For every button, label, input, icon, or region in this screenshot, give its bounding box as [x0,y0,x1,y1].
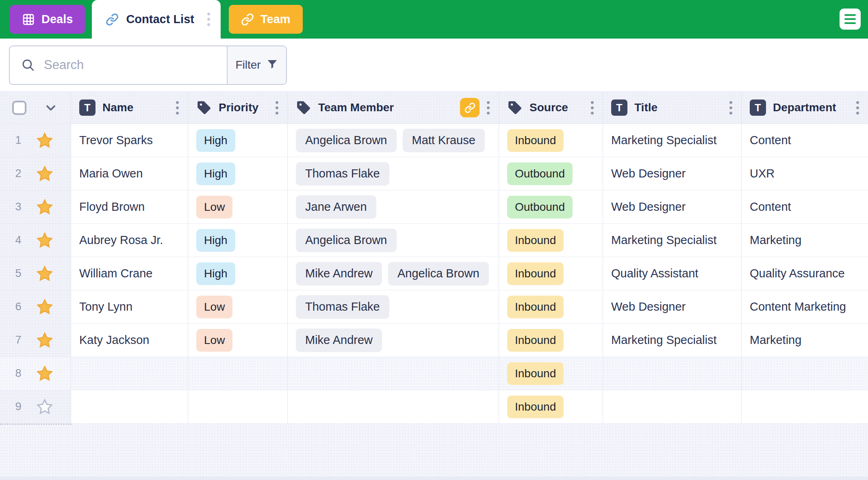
cell-department[interactable]: Content [742,124,868,157]
hamburger-menu-button[interactable] [840,9,861,30]
row-handle-cell[interactable]: 2 [0,157,71,190]
cell-title[interactable]: Marketing Specialist [603,224,742,257]
row-handle-cell[interactable]: 5 [0,257,71,290]
column-menu-dots-icon[interactable] [276,101,278,115]
cell-title[interactable]: Quality Assistant [603,257,742,290]
column-menu-dots-icon[interactable] [729,101,732,115]
cell-team-member[interactable]: Jane Arwen [288,190,499,223]
cell-name[interactable] [71,390,188,423]
cell-department[interactable]: Marketing [742,324,868,357]
cell-name[interactable] [71,357,188,390]
star-icon[interactable] [36,265,54,283]
column-menu-dots-icon[interactable] [856,101,859,115]
tab-contact-list[interactable]: Contact List [92,0,221,39]
cell-title[interactable] [603,390,742,423]
cell-team-member[interactable]: Thomas Flake [288,157,499,190]
cell-title[interactable]: Marketing Specialist [603,324,742,357]
tab-team[interactable]: Team [229,5,303,34]
tab-menu-dots-icon[interactable] [207,13,210,26]
cell-department[interactable]: Marketing [742,224,868,257]
search-input[interactable] [35,46,227,84]
row-handle-cell[interactable]: 1 [0,124,71,157]
table-body: 1 Trevor Sparks High Angelica Brown Matt… [0,124,868,424]
select-all-checkbox[interactable] [12,101,26,115]
column-header-team-member[interactable]: Team Member [288,92,499,123]
cell-title[interactable] [603,357,742,390]
star-icon[interactable] [36,298,54,316]
star-icon[interactable] [36,132,54,149]
cell-title[interactable]: Web Designer [603,190,742,223]
cell-priority[interactable] [188,390,288,423]
cell-team-member[interactable] [288,357,499,390]
source-badge: Inbound [507,296,564,318]
cell-team-member[interactable]: Mike Andrew [288,324,499,357]
cell-name[interactable]: William Crane [71,257,188,290]
cell-source[interactable]: Outbound [499,157,603,190]
cell-team-member[interactable] [288,390,499,423]
column-menu-dots-icon[interactable] [176,101,179,115]
cell-priority[interactable]: High [188,124,288,157]
cell-team-member[interactable]: Thomas Flake [288,290,499,323]
column-header-title[interactable]: T Title [603,92,742,123]
cell-priority[interactable] [188,357,288,390]
name-value: Maria Owen [79,167,143,180]
cell-source[interactable]: Inbound [499,257,603,290]
row-handle-cell[interactable]: 3 [0,190,71,223]
cell-name[interactable]: Maria Owen [71,157,188,190]
star-icon[interactable] [36,365,54,383]
star-icon[interactable] [36,231,54,249]
row-handle-cell[interactable]: 6 [0,290,71,323]
cell-name[interactable]: Katy Jackson [71,324,188,357]
column-menu-dots-icon[interactable] [487,101,490,115]
cell-name[interactable]: Floyd Brown [71,190,188,223]
cell-department[interactable]: Quality Assurance [742,257,868,290]
tab-deals[interactable]: Deals [10,5,85,34]
star-icon[interactable] [36,331,54,349]
cell-priority[interactable]: Low [188,290,288,323]
horizontal-scrollbar-track[interactable] [0,477,868,480]
source-badge: Inbound [507,129,564,152]
row-handle-cell[interactable]: 4 [0,224,71,257]
cell-source[interactable]: Inbound [499,357,603,390]
cell-priority[interactable]: Low [188,324,288,357]
cell-department[interactable] [742,390,868,423]
chevron-down-icon[interactable] [43,100,58,115]
cell-name[interactable]: Tony Lynn [71,290,188,323]
cell-title[interactable]: Web Designer [603,157,742,190]
cell-source[interactable]: Inbound [499,124,603,157]
cell-title[interactable]: Web Designer [603,290,742,323]
priority-badge: High [196,162,235,185]
column-header-source[interactable]: Source [499,92,603,123]
cell-title[interactable]: Marketing Specialist [603,124,742,157]
cell-priority[interactable]: High [188,157,288,190]
cell-team-member[interactable]: Mike Andrew Angelica Brown [288,257,499,290]
cell-source[interactable]: Inbound [499,390,603,423]
column-header-name[interactable]: T Name [71,92,188,123]
filter-button[interactable]: Filter [227,46,286,84]
cell-department[interactable]: Content [742,190,868,223]
cell-priority[interactable]: High [188,257,288,290]
cell-department[interactable] [742,357,868,390]
row-handle-cell[interactable]: 9 [0,390,71,423]
cell-department[interactable]: Content Marketing [742,290,868,323]
column-header-department[interactable]: T Department [742,92,868,123]
star-icon[interactable] [36,398,54,416]
column-menu-dots-icon[interactable] [591,101,594,115]
cell-name[interactable]: Trevor Sparks [71,124,188,157]
cell-priority[interactable]: Low [188,190,288,223]
cell-priority[interactable]: High [188,224,288,257]
cell-source[interactable]: Inbound [499,290,603,323]
cell-team-member[interactable]: Angelica Brown [288,224,499,257]
cell-team-member[interactable]: Angelica Brown Matt Krause [288,124,499,157]
star-icon[interactable] [36,165,54,183]
cell-name[interactable]: Aubrey Rosa Jr. [71,224,188,257]
cell-source[interactable]: Outbound [499,190,603,223]
cell-department[interactable]: UXR [742,157,868,190]
row-handle-cell[interactable]: 7 [0,324,71,357]
linked-field-icon[interactable] [460,98,480,117]
star-icon[interactable] [36,198,54,216]
cell-source[interactable]: Inbound [499,324,603,357]
cell-source[interactable]: Inbound [499,224,603,257]
row-handle-cell[interactable]: 8 [0,357,71,390]
column-header-priority[interactable]: Priority [188,92,288,123]
